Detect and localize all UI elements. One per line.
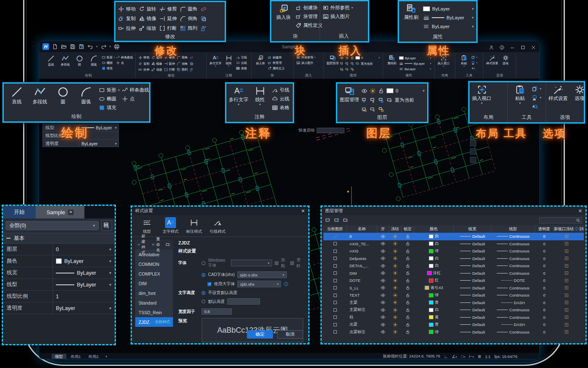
vpf-icon[interactable] xyxy=(564,278,569,283)
tool-dim-linear[interactable]: 线性▾ xyxy=(250,86,270,106)
tool-break[interactable]: 打断 xyxy=(159,24,177,33)
property-dropdown[interactable]: ByLayer▾ xyxy=(423,13,474,22)
layer-row-柱[interactable]: 柱黄DefaultContinuous0 xyxy=(323,314,584,321)
tool-mirror[interactable]: 镜像 xyxy=(139,14,156,24)
quick-start-input[interactable] xyxy=(317,128,344,133)
tool-copy[interactable]: 复制 xyxy=(139,60,150,66)
tool-gear[interactable]: 选项 xyxy=(570,84,588,102)
sun-icon[interactable] xyxy=(393,263,398,268)
column-说明[interactable]: 说明 xyxy=(580,225,584,233)
tool-spline[interactable]: 样条曲线 xyxy=(116,55,133,60)
eye-icon[interactable] xyxy=(381,263,386,268)
tool-erase[interactable] xyxy=(200,4,207,14)
sun-icon[interactable] xyxy=(393,322,398,327)
save-file-button[interactable] xyxy=(70,44,76,50)
style-item-TSSD_Rein[interactable]: TSSD_Rein xyxy=(135,308,173,317)
vpf-icon[interactable] xyxy=(564,263,569,268)
tool-find[interactable] xyxy=(471,66,477,71)
property-dropdown[interactable]: ByLayer▾ xyxy=(399,60,431,66)
set-current-label[interactable]: 置为当前 xyxy=(395,97,414,103)
property-dropdown[interactable]: ByLayer▾ xyxy=(423,4,474,13)
current-checkbox[interactable] xyxy=(333,323,337,326)
close-button[interactable] xyxy=(531,44,536,49)
tool-xref[interactable]: 外部参照▾ xyxy=(323,3,353,12)
tool-hatch[interactable]: 填充 xyxy=(102,66,115,71)
layer-row-主梁标注[interactable]: 主梁标注白DefaultContinuous0 xyxy=(323,306,584,314)
bigfont-checkbox[interactable] xyxy=(207,282,211,286)
layer-row-S_LL[interactable]: S_LL索引43DefaultContinuous0 xyxy=(323,284,584,292)
tool-insert-block[interactable]: 插入块 xyxy=(254,55,266,65)
tool-extend[interactable]: 延伸 xyxy=(159,14,177,24)
unlock-icon[interactable] xyxy=(405,308,410,313)
layer-vpfreeze-icon[interactable] xyxy=(370,106,376,113)
unlock-icon[interactable] xyxy=(405,322,410,327)
tool-copy-clip[interactable]: ▾ xyxy=(532,84,541,93)
default-height-radio[interactable] xyxy=(202,300,205,303)
tool-spline[interactable]: 样条曲线 xyxy=(122,86,149,95)
tool-point[interactable]: 点 xyxy=(122,95,149,103)
polar-toggle[interactable]: ∠▾ xyxy=(452,354,457,359)
layer-lock-icon[interactable] xyxy=(378,97,384,103)
eye-icon[interactable] xyxy=(381,241,386,246)
tool-arc[interactable]: 圆弧 xyxy=(76,86,97,105)
close-icon[interactable]: ✕ xyxy=(301,208,305,214)
property-row-线型比例[interactable]: 线型比例1 xyxy=(3,291,115,302)
property-row-透明度[interactable]: 透明度ByLayer▾ xyxy=(3,302,115,314)
tool-chamfer[interactable]: 倒角 xyxy=(177,60,188,66)
current-checkbox[interactable] xyxy=(333,250,337,253)
tool-ellipse[interactable]: 椭圆 xyxy=(102,60,115,66)
layer-row-DETAIL_...[interactable]: DETAIL_...白DefaultContinuous0 xyxy=(323,262,584,270)
sun-icon[interactable] xyxy=(393,241,398,246)
sun-icon[interactable] xyxy=(393,271,398,276)
column-名称[interactable]: 名称 xyxy=(347,225,377,233)
column-冻结[interactable]: 冻结 xyxy=(389,225,402,233)
eye-icon[interactable] xyxy=(381,234,386,239)
tool-find[interactable] xyxy=(532,102,541,111)
scale-indicator[interactable]: 1:1 xyxy=(485,354,491,359)
property-row-线型[interactable]: 线型ByLayer▾ xyxy=(3,279,115,291)
cad-font-radio[interactable] xyxy=(202,273,205,277)
unlock-icon[interactable] xyxy=(405,315,410,320)
column-当前图层[interactable]: 当前图层 xyxy=(323,225,347,233)
eye-icon[interactable] xyxy=(381,322,386,327)
bold-checkbox[interactable] xyxy=(275,261,278,265)
tool-table[interactable]: 表格 xyxy=(272,103,289,112)
tool-circle[interactable]: 圆 xyxy=(52,86,74,105)
unlock-icon[interactable] xyxy=(405,293,410,298)
style-item-COMMON[interactable]: COMMON xyxy=(135,259,173,269)
tool-stretch[interactable]: 拉伸 xyxy=(139,67,150,73)
current-checkbox[interactable] xyxy=(333,271,337,275)
osnap-toggle[interactable]: ∷▾ xyxy=(461,354,465,359)
tool-scale[interactable]: 缩放 xyxy=(139,24,156,33)
eye-icon[interactable] xyxy=(381,278,386,283)
sun-icon[interactable] xyxy=(393,293,398,298)
column-锁定[interactable]: 锁定 xyxy=(402,225,414,233)
tool-insert-block[interactable]: 插入块 xyxy=(274,3,293,21)
tool-explode[interactable] xyxy=(200,24,207,33)
layer-current-icon[interactable] xyxy=(356,62,360,66)
tool-create-block[interactable]: 创建块 xyxy=(295,3,323,12)
eye-icon[interactable] xyxy=(381,329,386,334)
sun-icon[interactable] xyxy=(393,315,398,320)
layer-row-次梁标注[interactable]: 次梁标注绿DefaultContinuous0 xyxy=(323,329,584,336)
save-as-button[interactable] xyxy=(79,44,84,50)
vpf-icon[interactable] xyxy=(564,241,569,246)
tool-polyline[interactable]: 多段线 xyxy=(29,86,50,105)
unlock-icon[interactable] xyxy=(405,271,410,276)
redo-button[interactable] xyxy=(101,44,107,50)
vpf-icon[interactable] xyxy=(564,285,569,290)
tool-copy[interactable]: 复制 xyxy=(118,14,136,24)
style-item-Annotative[interactable]: Annotative xyxy=(135,250,173,259)
tool-style-settings[interactable]: 样式设置 xyxy=(486,55,499,65)
print-button[interactable] xyxy=(114,44,120,50)
unlock-icon[interactable] xyxy=(405,263,410,268)
tool-rect[interactable]: 矩形▾ xyxy=(99,86,120,95)
color-swatch[interactable] xyxy=(425,286,429,290)
vpf-icon[interactable] xyxy=(564,234,569,239)
side-tool-button[interactable] xyxy=(470,140,476,146)
layer-current-icon[interactable] xyxy=(386,97,393,103)
windows-font-radio[interactable] xyxy=(202,261,205,265)
color-swatch[interactable] xyxy=(429,249,433,253)
property-row-颜色[interactable]: 颜色ByLayer▾ xyxy=(3,255,115,267)
layer-row-主梁[interactable]: 主梁青DefaultDASH0 xyxy=(323,299,584,307)
